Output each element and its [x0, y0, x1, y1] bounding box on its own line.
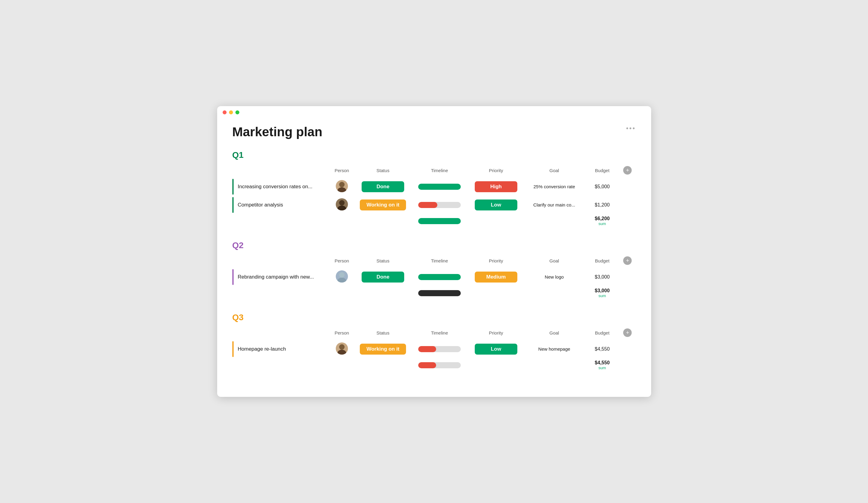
- section-title-q2: Q2: [232, 240, 636, 250]
- col-header-priority-q2: Priority: [469, 255, 524, 268]
- status-badge: Working on it: [360, 343, 406, 355]
- status-badge: Done: [362, 181, 404, 192]
- col-header-status-q3: Status: [355, 327, 410, 340]
- status-badge: Working on it: [360, 199, 406, 211]
- sum-row: $4,550 sum: [232, 358, 636, 372]
- svg-point-1: [338, 187, 346, 192]
- sum-row: $6,200 sum: [232, 214, 636, 228]
- sum-timeline-bar: [418, 362, 461, 368]
- q3-table: Person Status Timeline Priority Goal Bud…: [232, 327, 636, 372]
- col-header-person-q1: Person: [328, 164, 355, 178]
- svg-point-4: [339, 272, 344, 278]
- titlebar: [217, 106, 651, 119]
- budget-value: $3,000: [595, 274, 610, 279]
- col-header-timeline-q1: Timeline: [410, 164, 469, 178]
- status-badge: Done: [362, 271, 404, 283]
- col-header-person-q2: Person: [328, 255, 355, 268]
- col-header-goal-q2: Goal: [524, 255, 585, 268]
- q2-table: Person Status Timeline Priority Goal Bud…: [232, 255, 636, 300]
- main-content: ••• Marketing plan Q1 Person Status Time…: [217, 119, 651, 397]
- add-row-button-q2[interactable]: +: [623, 256, 632, 265]
- sum-timeline-bar: [418, 218, 461, 224]
- table-row: Competitor analysis Working on it: [232, 196, 636, 214]
- col-header-budget-q1: Budget: [585, 164, 620, 178]
- col-header-priority-q1: Priority: [469, 164, 524, 178]
- col-header-add-q2: +: [619, 255, 636, 268]
- col-header-task-q3: [232, 327, 328, 340]
- section-title-q1: Q1: [232, 150, 636, 160]
- section-q3: Q3 Person Status Timeline Priority Goal …: [232, 312, 636, 372]
- svg-point-3: [338, 206, 346, 211]
- priority-badge: High: [475, 181, 517, 192]
- table-row: Rebranding campaign with new... Done: [232, 268, 636, 286]
- svg-point-7: [338, 350, 346, 355]
- section-q1: Q1 Person Status Timeline Priority Goal …: [232, 150, 636, 228]
- sum-label: sum: [588, 294, 617, 298]
- task-name: Increasing conversion rates on...: [238, 184, 313, 189]
- goal-text: Clarify our main co...: [534, 202, 576, 207]
- close-button[interactable]: [223, 110, 227, 114]
- col-header-status-q1: Status: [355, 164, 410, 178]
- svg-point-0: [339, 182, 344, 187]
- col-header-budget-q2: Budget: [585, 255, 620, 268]
- section-title-q3: Q3: [232, 312, 636, 322]
- svg-point-6: [339, 344, 344, 350]
- page-title: Marketing plan: [232, 125, 636, 139]
- sum-budget: $6,200: [588, 216, 617, 222]
- section-q2: Q2 Person Status Timeline Priority Goal …: [232, 240, 636, 300]
- q1-table: Person Status Timeline Priority Goal Bud…: [232, 164, 636, 228]
- more-options-icon[interactable]: •••: [626, 124, 636, 132]
- priority-badge: Medium: [475, 271, 517, 283]
- budget-value: $4,550: [595, 346, 610, 351]
- budget-value: $1,200: [595, 202, 610, 207]
- task-name: Competitor analysis: [238, 202, 283, 208]
- col-header-task-q1: [232, 164, 328, 178]
- add-row-button-q3[interactable]: +: [623, 328, 632, 337]
- col-header-add-q3: +: [619, 327, 636, 340]
- task-name: Homepage re-launch: [238, 346, 286, 352]
- sum-label: sum: [588, 366, 617, 370]
- sum-budget: $4,550: [588, 360, 617, 366]
- avatar: [336, 342, 348, 355]
- col-header-timeline-q3: Timeline: [410, 327, 469, 340]
- priority-badge: Low: [475, 343, 517, 355]
- col-header-person-q3: Person: [328, 327, 355, 340]
- app-window: ••• Marketing plan Q1 Person Status Time…: [217, 106, 651, 397]
- add-row-button-q1[interactable]: +: [623, 166, 632, 175]
- priority-badge: Low: [475, 199, 517, 211]
- timeline-bar: [418, 274, 461, 280]
- avatar: [336, 180, 348, 192]
- task-name: Rebranding campaign with new...: [238, 274, 314, 280]
- col-header-timeline-q2: Timeline: [410, 255, 469, 268]
- col-header-task-q2: [232, 255, 328, 268]
- sum-budget: $3,000: [588, 288, 617, 294]
- col-header-budget-q3: Budget: [585, 327, 620, 340]
- col-header-goal-q3: Goal: [524, 327, 585, 340]
- col-header-add-q1: +: [619, 164, 636, 178]
- col-header-goal-q1: Goal: [524, 164, 585, 178]
- table-row: Increasing conversion rates on... Done: [232, 178, 636, 196]
- maximize-button[interactable]: [235, 110, 239, 114]
- avatar: [336, 270, 348, 283]
- col-header-priority-q3: Priority: [469, 327, 524, 340]
- sum-label: sum: [588, 222, 617, 226]
- timeline-bar: [418, 346, 461, 352]
- budget-value: $5,000: [595, 184, 610, 189]
- timeline-bar: [418, 184, 461, 190]
- table-row: Homepage re-launch Working on it: [232, 340, 636, 358]
- goal-text: 25% conversion rate: [534, 184, 575, 189]
- svg-point-5: [338, 278, 346, 283]
- goal-text: New homepage: [538, 346, 570, 351]
- minimize-button[interactable]: [229, 110, 233, 114]
- col-header-status-q2: Status: [355, 255, 410, 268]
- timeline-bar: [418, 202, 461, 208]
- avatar: [336, 198, 348, 211]
- goal-text: New logo: [545, 274, 564, 279]
- svg-point-2: [339, 200, 344, 206]
- sum-timeline-bar: [418, 290, 461, 296]
- sum-row: $3,000 sum: [232, 286, 636, 300]
